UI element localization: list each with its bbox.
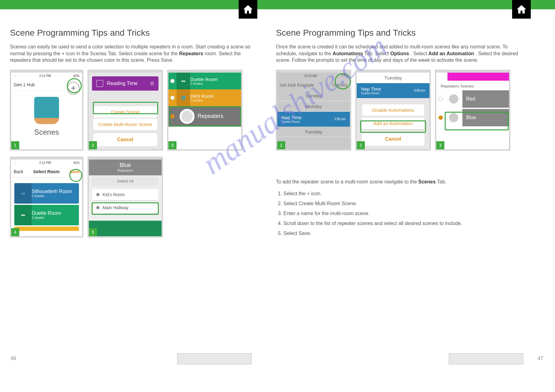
repeater-item-kids[interactable]: Kid's Room: [92, 189, 158, 200]
back-button[interactable]: Back: [14, 169, 23, 174]
automation-row: Nap TimeDuette Room 3:00 pm: [357, 83, 429, 98]
create-multi-room-option[interactable]: Create Multi-Room Scene: [93, 119, 157, 130]
screenshot-row-1: ⋮ 2:11 PM 42% Gen 1 Hub + Scenes 1: [10, 70, 262, 151]
footer-box-right[interactable]: [449, 353, 523, 364]
scene-header: Blue Repeaters: [89, 160, 162, 175]
screenshot-4: ⋮ 2:12 PM 41% Back Select Room Save ▭ Si…: [10, 157, 83, 237]
step-1: Select the + icon.: [283, 190, 528, 197]
page-title: Scene Programming Tips and Tricks: [276, 28, 528, 38]
room-row-duette[interactable]: 🛏 Duette Room 2 shades: [168, 73, 241, 89]
step-badge: 5: [89, 228, 97, 236]
day-sunday: Sunday: [277, 91, 350, 101]
screenshot-r1: 10:20 AM77% osh Hub Example Options Sund…: [276, 70, 351, 151]
room-row-drs[interactable]: 🌐 DRS Room 2 shades: [168, 89, 241, 106]
highlight-circle: [335, 73, 351, 89]
highlight-rect: [93, 102, 158, 114]
book-icon: [96, 80, 103, 87]
home-icon: [516, 4, 527, 15]
screenshot-row-2: ⋮ 2:12 PM 41% Back Select Room Save ▭ Si…: [10, 157, 262, 237]
wifi-icon: ⋮: [14, 161, 17, 164]
home-button-left[interactable]: [239, 0, 257, 19]
scene-illustration: [34, 97, 59, 119]
step-badge: 4: [11, 228, 19, 236]
home-button-right[interactable]: [512, 0, 531, 19]
step-4: Scroll down to the list of repeater scen…: [283, 220, 528, 227]
home-icon: [242, 4, 254, 15]
day-monday: Monday: [277, 101, 350, 112]
intro-text: Once the scene is created it can be sche…: [276, 43, 528, 64]
radio-icon: [170, 96, 175, 100]
cancel-button[interactable]: Cancel: [93, 133, 157, 146]
highlight-circle: [69, 169, 82, 182]
repeater-avatar: [447, 93, 460, 105]
step-badge: 1: [277, 141, 285, 149]
radio-icon: [170, 79, 175, 83]
bed-icon: 🛏: [177, 73, 190, 89]
step-badge: 2: [357, 141, 365, 149]
intro-text: Scenes can easily be used to send a colo…: [10, 43, 262, 64]
screenshot-1: ⋮ 2:11 PM 42% Gen 1 Hub + Scenes 1: [10, 70, 83, 151]
disable-automations-option[interactable]: Disable Automations: [362, 104, 424, 116]
gear-icon: ✿: [150, 80, 154, 86]
step-badge: 3: [168, 141, 177, 149]
list-intro: To add the repeater scene to a multi-roo…: [276, 178, 528, 185]
left-page: Scene Programming Tips and Tricks Scenes…: [10, 19, 262, 237]
globe-icon: 🌐: [177, 89, 190, 106]
day-tuesday: Tuesday: [277, 127, 350, 137]
section-label: Repeaters Scenes: [436, 81, 509, 90]
room-card-silhouette[interactable]: ▭ Silhouette® Room2 shades: [14, 183, 79, 204]
screenshot-r3: Repeaters Scenes Red Blue 3: [435, 70, 510, 151]
step-badge: 2: [89, 141, 97, 149]
status-bar: ⋮ 2:12 PM 41%: [11, 160, 82, 166]
room-card-partial: [14, 227, 79, 231]
scene-red[interactable]: Red: [436, 90, 509, 108]
screenshot-r2: Tuesday Nap TimeDuette Room 3:00 pm Disa…: [355, 70, 431, 151]
radio-checked-icon: [438, 115, 443, 120]
radio-icon: [438, 97, 443, 101]
steps-block: To add the repeater scene to a multi-roo…: [276, 178, 528, 237]
existing-scene-row: Reading Time ✿: [92, 76, 158, 91]
step-5: Select Save.: [283, 230, 528, 237]
highlight-rect: [360, 120, 426, 133]
day-tuesday: Tuesday: [357, 73, 429, 83]
highlight-rect: [445, 112, 509, 130]
select-all-button[interactable]: Select All: [92, 176, 158, 186]
cancel-button[interactable]: Cancel: [362, 133, 424, 146]
done-bar[interactable]: [89, 221, 162, 236]
footer-box-left[interactable]: [177, 353, 252, 364]
step-badge: 3: [436, 141, 444, 149]
room-card-duette[interactable]: 🛏 Duette Room2 shades: [14, 205, 79, 225]
screenshot-5: Blue Repeaters Select All Kid's Room Mai…: [88, 157, 163, 237]
automation-row[interactable]: Nap TimeDuette Room 3:00 pm: [277, 112, 350, 127]
ordered-steps: Select the + icon. Select Create Multi-R…: [283, 190, 528, 237]
screenshot-2: Reading Time ✿ Create Scene Create Multi…: [88, 70, 163, 151]
page-title: Scene Programming Tips and Tricks: [10, 28, 262, 38]
scenes-label: Scenes: [11, 128, 82, 137]
page-number-left: 46: [11, 356, 16, 361]
step-3: Enter a name for the multi-room scene.: [283, 210, 528, 217]
highlight-rect: [169, 106, 241, 127]
step-2: Select Create Multi-Room Scene.: [283, 200, 528, 207]
dot-icon: [96, 193, 99, 196]
highlight-rect: [92, 202, 159, 215]
step-badge: 1: [11, 141, 19, 149]
bed-icon: 🛏: [14, 205, 32, 225]
highlight-circle: [67, 78, 82, 93]
wifi-icon: ⋮: [14, 74, 17, 78]
screenshot-row: 10:20 AM77% osh Hub Example Options Sund…: [276, 70, 528, 151]
magenta-header: [447, 73, 509, 81]
top-bar: [0, 0, 555, 9]
screenshot-3: 🛏 Duette Room 2 shades 🌐 DRS Room 2 shad…: [167, 70, 242, 151]
right-page: Scene Programming Tips and Tricks Once t…: [276, 19, 528, 240]
page-number-right: 47: [538, 356, 543, 361]
window-icon: ▭: [14, 183, 32, 204]
